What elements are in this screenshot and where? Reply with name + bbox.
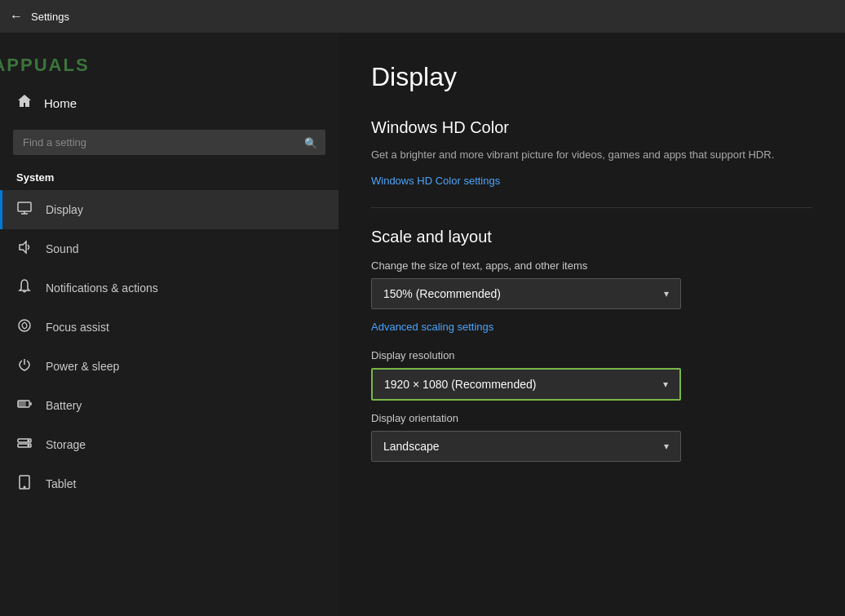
svg-point-10 [28, 445, 29, 446]
battery-icon [16, 396, 33, 415]
search-icon: 🔍 [304, 136, 317, 148]
sidebar-item-display[interactable]: Display [0, 190, 338, 229]
sidebar-item-sound-label: Sound [46, 242, 78, 255]
hd-color-settings-link[interactable]: Windows HD Color settings [371, 175, 500, 187]
search-container: 🔍 [13, 130, 325, 155]
window-title: Settings [31, 11, 69, 23]
sidebar-item-focus-label: Focus assist [46, 321, 109, 334]
storage-icon [16, 435, 33, 454]
display-icon [16, 200, 33, 219]
resolution-dropdown-value: 1920 × 1080 (Recommended) [384, 378, 536, 391]
sidebar-item-display-label: Display [46, 203, 83, 216]
scale-dropdown[interactable]: 150% (Recommended) ▾ [371, 278, 681, 309]
svg-rect-6 [19, 401, 25, 406]
sidebar-item-tablet-label: Tablet [46, 477, 76, 490]
home-icon [16, 93, 33, 113]
svg-rect-0 [18, 202, 31, 211]
orientation-field-label: Display orientation [371, 412, 812, 424]
sidebar-item-notifications[interactable]: Notifications & actions [0, 268, 338, 308]
sidebar-item-battery[interactable]: Battery [0, 386, 338, 425]
orientation-dropdown-arrow: ▾ [664, 441, 669, 452]
scale-field-label: Change the size of text, apps, and other… [371, 259, 812, 272]
notifications-icon [16, 278, 33, 298]
svg-marker-3 [20, 242, 26, 253]
resolution-field-label: Display resolution [371, 349, 812, 361]
logo-text: APPUALS [0, 55, 90, 76]
scale-layout-title: Scale and layout [371, 228, 812, 246]
scale-dropdown-value: 150% (Recommended) [383, 287, 501, 300]
sound-icon [16, 239, 33, 259]
system-category-label: System [0, 168, 338, 190]
resolution-dropdown[interactable]: 1920 × 1080 (Recommended) ▾ [371, 368, 681, 401]
sidebar-item-storage[interactable]: Storage [0, 425, 338, 464]
hd-color-description: Get a brighter and more vibrant picture … [371, 147, 812, 163]
sidebar-item-sound[interactable]: Sound [0, 229, 338, 268]
back-button[interactable]: ← [10, 9, 23, 24]
sidebar: APPUALS Home 🔍 System [0, 33, 338, 616]
sidebar-item-storage-label: Storage [46, 438, 86, 451]
logo: APPUALS [8, 41, 73, 90]
section-divider-1 [371, 207, 812, 208]
svg-point-12 [24, 486, 25, 488]
orientation-dropdown-value: Landscape [383, 440, 440, 453]
sidebar-item-tablet[interactable]: Tablet [0, 464, 338, 503]
power-icon [16, 357, 33, 376]
title-bar: ← Settings [0, 0, 845, 33]
sidebar-home-label: Home [44, 96, 77, 110]
sidebar-item-power-label: Power & sleep [46, 360, 119, 373]
content-area: Display Windows HD Color Get a brighter … [338, 33, 845, 616]
main-layout: APPUALS Home 🔍 System [0, 33, 845, 616]
sidebar-item-notifications-label: Notifications & actions [46, 281, 158, 295]
svg-point-4 [19, 320, 30, 331]
tablet-icon [16, 474, 33, 494]
scale-dropdown-arrow: ▾ [664, 288, 669, 299]
hd-color-title: Windows HD Color [371, 118, 812, 137]
search-input[interactable] [13, 130, 325, 155]
advanced-scaling-link[interactable]: Advanced scaling settings [371, 321, 812, 333]
resolution-dropdown-arrow: ▾ [663, 379, 668, 390]
focus-icon [16, 317, 33, 337]
page-title: Display [371, 62, 812, 92]
sidebar-item-battery-label: Battery [46, 399, 82, 412]
sidebar-item-power[interactable]: Power & sleep [0, 347, 338, 386]
sidebar-item-focus[interactable]: Focus assist [0, 308, 338, 347]
orientation-dropdown[interactable]: Landscape ▾ [371, 431, 681, 462]
svg-point-9 [28, 440, 29, 441]
